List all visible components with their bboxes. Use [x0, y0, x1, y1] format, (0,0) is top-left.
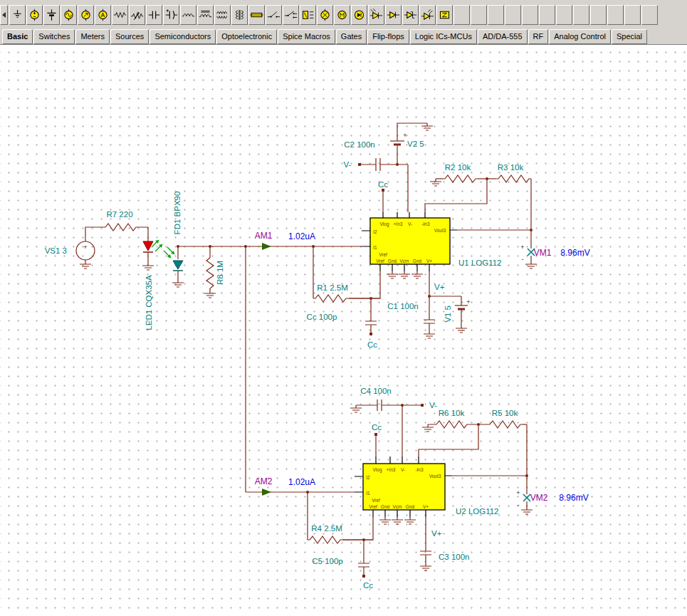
- voltage-source-button[interactable]: [26, 5, 43, 25]
- toolbar-empty-slot: [453, 5, 470, 25]
- u1-label: U1 LOG112: [458, 259, 502, 267]
- capacitor-c4[interactable]: C4 100n: [360, 387, 391, 411]
- motor-button[interactable]: [334, 5, 350, 25]
- cc-testpoint-label-4: Cc: [363, 581, 373, 590]
- ground-button[interactable]: [9, 5, 26, 25]
- polarized-capacitor-button[interactable]: [163, 5, 179, 25]
- c2-label: C2 100n: [344, 140, 374, 149]
- iron-core-inductor-button[interactable]: [197, 5, 214, 25]
- capacitor-button[interactable]: [146, 5, 162, 25]
- capacitor-c5[interactable]: C5 100p: [312, 557, 369, 567]
- spdt-switch-icon: [284, 6, 298, 24]
- cc-testpoint-label-2: Cc: [367, 340, 377, 349]
- resistor-r8[interactable]: R8 1M: [206, 256, 224, 291]
- battery-v1[interactable]: + V1 5: [444, 298, 471, 323]
- battery-icon: [45, 6, 58, 24]
- led-button[interactable]: [419, 5, 436, 25]
- svg-text:V-: V-: [401, 467, 405, 472]
- relay-button[interactable]: [300, 5, 316, 25]
- battery-button[interactable]: [43, 5, 60, 25]
- am2-value: 1.02uA: [288, 477, 315, 487]
- ammeter-am1[interactable]: AM1 1.02uA: [255, 231, 322, 250]
- net-vplus-label-2: V+: [431, 529, 442, 538]
- toolbar-empty-slot: [641, 5, 658, 25]
- ground-icon: [11, 6, 24, 24]
- ic-u2[interactable]: Vlog +In3 V- -In3 Vout3 I2 I1 Vref Vref …: [355, 456, 499, 517]
- resistor-r7[interactable]: R7 220: [103, 210, 138, 231]
- current-generator-button[interactable]: [95, 5, 111, 25]
- tab-switches[interactable]: Switches: [33, 29, 75, 44]
- toolbar-empty-slot: [590, 5, 607, 25]
- tab-rf[interactable]: RF: [528, 29, 549, 44]
- tab-analog-control[interactable]: Analog Control: [549, 29, 611, 44]
- component-toolbar: [9, 5, 658, 25]
- spst-switch-button[interactable]: [266, 5, 282, 25]
- transformer-icon: [233, 6, 246, 24]
- tab-sources[interactable]: Sources: [110, 29, 149, 44]
- svg-text:Vout3: Vout3: [434, 228, 446, 233]
- resistor-r3[interactable]: R3 10k: [496, 163, 531, 182]
- resistor-r4[interactable]: R4 2.5M: [308, 524, 342, 543]
- photodiode-fd1[interactable]: FD1 BPX90: [164, 192, 183, 271]
- tab-basic[interactable]: Basic: [2, 29, 33, 44]
- v2-plus-sign: +: [403, 132, 407, 139]
- voltage-generator-button[interactable]: [61, 5, 77, 25]
- inductor-button[interactable]: [180, 5, 196, 25]
- voltage-source-vs1[interactable]: + VS1 3: [45, 241, 95, 260]
- lamp-button[interactable]: [317, 5, 333, 25]
- diode-button[interactable]: [385, 5, 402, 25]
- motor-icon: [335, 6, 349, 24]
- resistor-r2[interactable]: R2 10k: [443, 163, 478, 182]
- schematic-canvas[interactable]: + VS1 3 + V2 5 + V1 5 R7 220 R8 1M: [0, 44, 687, 616]
- optocoupler-button[interactable]: [351, 5, 367, 25]
- tab-optoelectronic[interactable]: Optoelectronic: [216, 29, 277, 44]
- zener-diode-button[interactable]: [402, 5, 419, 25]
- coupled-inductors-button[interactable]: [214, 5, 231, 25]
- tab-ad-da-555[interactable]: AD/DA-555: [478, 29, 528, 44]
- photodiode-button[interactable]: [368, 5, 384, 25]
- spdt-switch-button[interactable]: [283, 5, 299, 25]
- resistor-button[interactable]: [112, 5, 128, 25]
- net-vminus-label-2: V-: [429, 401, 437, 409]
- ammeter-am2[interactable]: AM2 1.02uA: [255, 476, 322, 496]
- tab-logic-ics-mcus[interactable]: Logic ICs-MCUs: [410, 29, 477, 44]
- voltage-generator-icon: [62, 6, 75, 24]
- tab-meters[interactable]: Meters: [75, 29, 110, 44]
- fuse-button[interactable]: [248, 5, 265, 25]
- lamp-icon: [318, 6, 332, 24]
- resistor-r6[interactable]: R6 10k: [434, 409, 469, 428]
- capacitor-c3[interactable]: C3 100n: [420, 551, 469, 561]
- ground-symbols[interactable]: [80, 123, 537, 570]
- fuse-icon: [250, 6, 263, 24]
- spst-switch-icon: [267, 6, 280, 24]
- tab-flip-flops[interactable]: Flip-flops: [367, 29, 409, 44]
- tab-spice-macros[interactable]: Spice Macros: [278, 29, 335, 44]
- impedance-button[interactable]: [436, 5, 453, 25]
- tab-gates[interactable]: Gates: [336, 29, 367, 44]
- toolbar-scroll-left-button[interactable]: [0, 5, 8, 25]
- tab-semiconductors[interactable]: Semiconductors: [150, 29, 216, 44]
- capacitor-cc-100p[interactable]: Cc 100p: [307, 313, 377, 325]
- schematic-svg[interactable]: + VS1 3 + V2 5 + V1 5 R7 220 R8 1M: [0, 45, 687, 616]
- battery-v2[interactable]: + V2 5: [390, 132, 424, 148]
- svg-text:I1: I1: [373, 245, 377, 250]
- potentiometer-button[interactable]: [129, 5, 145, 25]
- resistor-r1[interactable]: R1 2.5M: [313, 283, 348, 302]
- svg-text:I2: I2: [373, 229, 377, 234]
- capacitor-c1[interactable]: C1 100n: [387, 302, 435, 323]
- tab-special[interactable]: Special: [612, 29, 647, 44]
- resistor-r5[interactable]: R5 10k: [488, 409, 523, 428]
- component-tab-bar: BasicSwitchesMetersSourcesSemiconductors…: [0, 28, 687, 44]
- coupled-inductors-icon: [216, 6, 229, 24]
- r5-label: R5 10k: [492, 409, 518, 417]
- svg-text:V-: V-: [408, 221, 412, 226]
- led-led1[interactable]: LED1 CQX35A: [143, 240, 162, 330]
- ic-u1[interactable]: Vlog +In3 V- -In3 Vout3 I2 I1 Vref Vref …: [362, 212, 502, 271]
- vm1-label: VM1: [534, 248, 552, 258]
- current-source-icon: [79, 6, 93, 24]
- current-source-button[interactable]: [78, 5, 94, 25]
- polarized-capacitor-icon: [164, 6, 178, 24]
- svg-text:-In3: -In3: [421, 221, 430, 226]
- transformer-button[interactable]: [231, 5, 248, 25]
- svg-text:Gnd: Gnd: [388, 259, 397, 263]
